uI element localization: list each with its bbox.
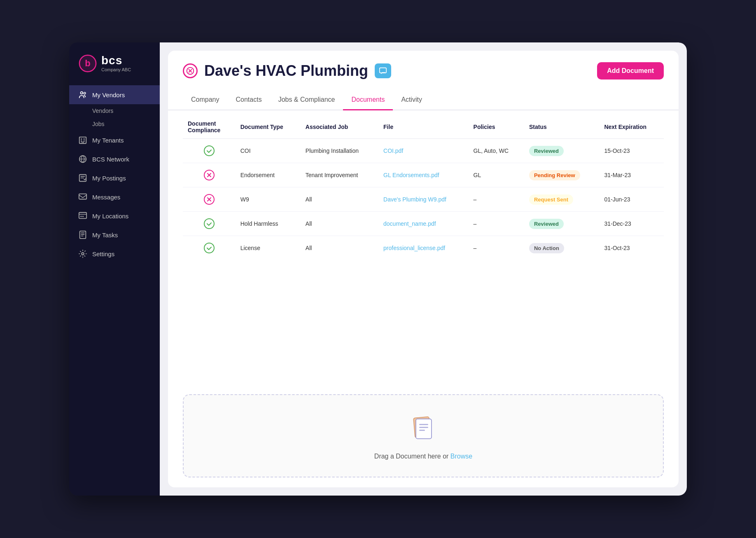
svg-point-4 (84, 92, 86, 94)
bcs-logo-icon: b (78, 54, 97, 73)
upload-drop-zone[interactable]: Drag a Document here or Browse (183, 394, 664, 477)
status-badge: Pending Review (529, 170, 580, 180)
tasks-icon (78, 230, 87, 239)
col-next-expiration: Next Expiration (599, 114, 664, 139)
associated-job-cell: All (301, 212, 378, 236)
sidebar-item-settings[interactable]: Settings (69, 244, 160, 263)
settings-icon (78, 249, 87, 258)
table-row: LicenseAllprofessional_license.pdf–No Ac… (183, 236, 664, 260)
documents-table: DocumentCompliance Document Type Associa… (183, 114, 664, 260)
compliance-cell (183, 187, 236, 212)
status-badge: No Action (529, 243, 564, 253)
associated-job-cell: All (301, 236, 378, 260)
main-inner: Dave's HVAC Plumbing Add Document Compan… (168, 51, 679, 487)
sidebar-sub-vendors[interactable]: Vendors (69, 104, 160, 117)
page-title: Dave's HVAC Plumbing (204, 62, 368, 80)
sidebar-item-bcs-network[interactable]: BCS Network (69, 150, 160, 168)
sidebar-item-my-vendors-label: My Vendors (92, 91, 125, 98)
compliance-cell (183, 212, 236, 236)
sidebar-item-my-vendors[interactable]: My Vendors (69, 85, 160, 104)
sidebar: b bcs Company ABC My Vendors (69, 42, 160, 496)
col-status: Status (524, 114, 599, 139)
svg-rect-12 (79, 194, 86, 199)
document-type-cell: Hold Harmless (236, 212, 301, 236)
svg-text:b: b (85, 58, 90, 68)
check-icon (204, 218, 215, 229)
add-document-button[interactable]: Add Document (597, 62, 664, 80)
sidebar-item-my-locations[interactable]: My Locations (69, 206, 160, 225)
tab-documents[interactable]: Documents (343, 92, 393, 110)
next-expiration-cell: 31-Dec-23 (599, 212, 664, 236)
next-expiration-cell: 15-Oct-23 (599, 139, 664, 163)
col-policies: Policies (469, 114, 524, 139)
col-file: File (378, 114, 469, 139)
associated-job-cell: All (301, 187, 378, 212)
svg-rect-6 (81, 138, 82, 140)
document-type-cell: License (236, 236, 301, 260)
chat-button[interactable] (375, 63, 391, 78)
associated-job-cell: Tenant Improvement (301, 163, 378, 187)
logo-text: bcs Company ABC (101, 55, 131, 72)
status-cell: No Action (524, 236, 599, 260)
file-cell: Dave's Plumbing W9.pdf (378, 187, 469, 212)
table-header: DocumentCompliance Document Type Associa… (183, 114, 664, 139)
sidebar-item-my-tenants-label: My Tenants (92, 137, 124, 144)
svg-point-17 (82, 253, 84, 255)
drag-text: Drag a Document here or (374, 453, 450, 460)
col-associated-job: Associated Job (301, 114, 378, 139)
policies-cell: – (469, 236, 524, 260)
tab-jobs-compliance[interactable]: Jobs & Compliance (270, 92, 343, 110)
document-type-cell: W9 (236, 187, 301, 212)
upload-text: Drag a Document here or Browse (374, 453, 472, 460)
file-link[interactable]: Dave's Plumbing W9.pdf (383, 196, 446, 203)
svg-rect-15 (82, 216, 84, 217)
logo-bcs-label: bcs (101, 55, 131, 66)
col-compliance: DocumentCompliance (183, 114, 236, 139)
vendor-status-icon (183, 63, 198, 78)
col-document-type: Document Type (236, 114, 301, 139)
page-header: Dave's HVAC Plumbing Add Document (168, 51, 679, 80)
x-icon (204, 170, 215, 180)
sidebar-item-my-tenants[interactable]: My Tenants (69, 131, 160, 150)
compliance-cell (183, 139, 236, 163)
status-badge: Reviewed (529, 146, 564, 156)
logo-area: b bcs Company ABC (69, 42, 160, 81)
sidebar-item-settings-label: Settings (92, 250, 114, 257)
bcs-network-icon (78, 154, 87, 164)
sidebar-item-messages[interactable]: Messages (69, 187, 160, 206)
svg-rect-8 (81, 140, 82, 142)
postings-icon (78, 173, 87, 182)
status-badge: Reviewed (529, 219, 564, 229)
table-row: COIPlumbing InstallationCOI.pdfGL, Auto,… (183, 139, 664, 163)
policies-cell: GL, Auto, WC (469, 139, 524, 163)
file-link[interactable]: GL Endorsements.pdf (383, 172, 439, 178)
building-icon (78, 136, 87, 145)
tab-activity[interactable]: Activity (393, 92, 430, 110)
sidebar-nav: My Vendors Vendors Jobs (69, 81, 160, 496)
sidebar-sub-jobs[interactable]: Jobs (69, 117, 160, 131)
file-link[interactable]: COI.pdf (383, 147, 403, 154)
svg-point-3 (81, 92, 83, 94)
people-icon (78, 90, 87, 99)
status-cell: Reviewed (524, 139, 599, 163)
file-cell: document_name.pdf (378, 212, 469, 236)
table-body: COIPlumbing InstallationCOI.pdfGL, Auto,… (183, 139, 664, 260)
policies-cell: – (469, 187, 524, 212)
file-link[interactable]: document_name.pdf (383, 220, 436, 227)
sidebar-item-my-tasks[interactable]: My Tasks (69, 225, 160, 244)
tab-contacts[interactable]: Contacts (227, 92, 270, 110)
file-link[interactable]: professional_license.pdf (383, 245, 445, 251)
browse-link[interactable]: Browse (450, 453, 472, 460)
next-expiration-cell: 31-Mar-23 (599, 163, 664, 187)
svg-rect-24 (419, 430, 425, 431)
x-icon (204, 194, 215, 205)
check-icon (204, 145, 215, 156)
svg-rect-19 (380, 68, 386, 73)
sidebar-item-my-postings[interactable]: My Postings (69, 168, 160, 187)
sidebar-item-bcs-network-label: BCS Network (92, 156, 129, 163)
document-type-cell: COI (236, 139, 301, 163)
next-expiration-cell: 31-Oct-23 (599, 236, 664, 260)
tab-company[interactable]: Company (183, 92, 227, 110)
svg-rect-14 (81, 216, 82, 217)
associated-job-cell: Plumbing Installation (301, 139, 378, 163)
